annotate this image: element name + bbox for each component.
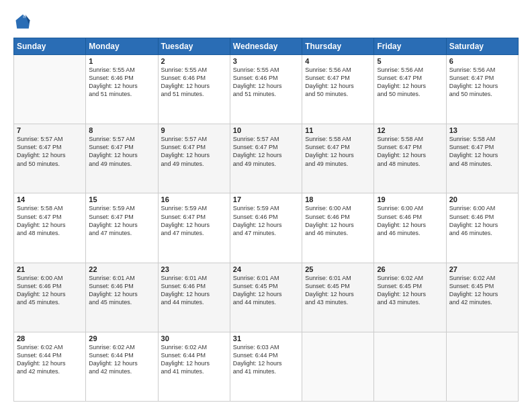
day-number: 25 [305,265,371,273]
calendar-week-row: 1Sunrise: 5:55 AM Sunset: 6:46 PM Daylig… [14,55,519,124]
day-info: Sunrise: 5:57 AM Sunset: 6:47 PM Dayligh… [89,135,154,168]
calendar-cell: 9Sunrise: 5:57 AM Sunset: 6:47 PM Daylig… [158,124,230,193]
day-number: 27 [449,265,515,273]
day-number: 31 [233,334,299,342]
calendar-cell: 26Sunrise: 6:02 AM Sunset: 6:45 PM Dayli… [374,263,446,332]
day-number: 26 [377,265,443,273]
calendar-cell: 25Sunrise: 6:01 AM Sunset: 6:45 PM Dayli… [302,263,374,332]
day-number: 21 [17,265,83,273]
calendar-cell: 6Sunrise: 5:56 AM Sunset: 6:47 PM Daylig… [446,55,518,124]
calendar-cell: 15Sunrise: 5:59 AM Sunset: 6:47 PM Dayli… [86,193,158,263]
calendar-cell: 13Sunrise: 5:58 AM Sunset: 6:47 PM Dayli… [446,124,518,193]
day-number: 8 [89,126,154,134]
weekday-header-saturday: Saturday [446,38,518,55]
calendar-cell: 28Sunrise: 6:02 AM Sunset: 6:44 PM Dayli… [14,332,86,401]
day-info: Sunrise: 5:57 AM Sunset: 6:47 PM Dayligh… [161,135,227,168]
day-number: 20 [449,195,515,203]
calendar-table: SundayMondayTuesdayWednesdayThursdayFrid… [13,38,519,402]
weekday-header-friday: Friday [374,38,446,55]
calendar-cell [374,332,446,401]
calendar-cell: 8Sunrise: 5:57 AM Sunset: 6:47 PM Daylig… [86,124,158,193]
day-info: Sunrise: 5:55 AM Sunset: 6:46 PM Dayligh… [161,66,227,99]
day-info: Sunrise: 5:56 AM Sunset: 6:47 PM Dayligh… [377,66,443,99]
calendar-cell: 12Sunrise: 5:58 AM Sunset: 6:47 PM Dayli… [374,124,446,193]
calendar-week-row: 7Sunrise: 5:57 AM Sunset: 6:47 PM Daylig… [14,124,519,193]
day-info: Sunrise: 5:55 AM Sunset: 6:46 PM Dayligh… [89,66,154,99]
day-number: 23 [161,265,227,273]
calendar-cell: 14Sunrise: 5:58 AM Sunset: 6:47 PM Dayli… [14,193,86,263]
calendar-week-row: 28Sunrise: 6:02 AM Sunset: 6:44 PM Dayli… [14,332,519,401]
day-info: Sunrise: 5:57 AM Sunset: 6:47 PM Dayligh… [17,135,83,168]
day-number: 28 [17,334,83,342]
day-info: Sunrise: 6:00 AM Sunset: 6:46 PM Dayligh… [305,204,371,237]
weekday-header-sunday: Sunday [14,38,86,55]
calendar-cell: 30Sunrise: 6:02 AM Sunset: 6:44 PM Dayli… [158,332,230,401]
calendar-cell: 24Sunrise: 6:01 AM Sunset: 6:45 PM Dayli… [230,263,302,332]
calendar-cell: 7Sunrise: 5:57 AM Sunset: 6:47 PM Daylig… [14,124,86,193]
calendar-cell: 31Sunrise: 6:03 AM Sunset: 6:44 PM Dayli… [230,332,302,401]
day-info: Sunrise: 6:01 AM Sunset: 6:46 PM Dayligh… [89,274,154,307]
calendar-cell: 21Sunrise: 6:00 AM Sunset: 6:46 PM Dayli… [14,263,86,332]
calendar-cell: 19Sunrise: 6:00 AM Sunset: 6:46 PM Dayli… [374,193,446,263]
calendar-cell: 17Sunrise: 5:59 AM Sunset: 6:46 PM Dayli… [230,193,302,263]
calendar-cell: 23Sunrise: 6:01 AM Sunset: 6:46 PM Dayli… [158,263,230,332]
day-number: 10 [233,126,299,134]
calendar-cell [446,332,518,401]
calendar-cell [302,332,374,401]
weekday-header-thursday: Thursday [302,38,374,55]
day-info: Sunrise: 6:00 AM Sunset: 6:46 PM Dayligh… [17,274,83,307]
weekday-header-wednesday: Wednesday [230,38,302,55]
calendar-cell: 27Sunrise: 6:02 AM Sunset: 6:45 PM Dayli… [446,263,518,332]
calendar-cell: 11Sunrise: 5:58 AM Sunset: 6:47 PM Dayli… [302,124,374,193]
weekday-header-monday: Monday [86,38,158,55]
day-number: 11 [305,126,371,134]
day-info: Sunrise: 6:02 AM Sunset: 6:44 PM Dayligh… [89,343,154,376]
day-info: Sunrise: 6:02 AM Sunset: 6:45 PM Dayligh… [449,274,515,307]
calendar-cell: 29Sunrise: 6:02 AM Sunset: 6:44 PM Dayli… [86,332,158,401]
day-number: 6 [449,57,515,65]
day-info: Sunrise: 5:57 AM Sunset: 6:47 PM Dayligh… [233,135,299,168]
day-info: Sunrise: 6:01 AM Sunset: 6:46 PM Dayligh… [161,274,227,307]
calendar-cell: 18Sunrise: 6:00 AM Sunset: 6:46 PM Dayli… [302,193,374,263]
day-info: Sunrise: 5:58 AM Sunset: 6:47 PM Dayligh… [449,135,515,168]
day-info: Sunrise: 6:00 AM Sunset: 6:46 PM Dayligh… [377,204,443,237]
calendar-cell: 1Sunrise: 5:55 AM Sunset: 6:46 PM Daylig… [86,55,158,124]
day-number: 29 [89,334,154,342]
weekday-header-row: SundayMondayTuesdayWednesdayThursdayFrid… [14,38,519,55]
day-number: 1 [89,57,154,65]
weekday-header-tuesday: Tuesday [158,38,230,55]
calendar-cell [14,55,86,124]
calendar-week-row: 14Sunrise: 5:58 AM Sunset: 6:47 PM Dayli… [14,193,519,263]
day-number: 13 [449,126,515,134]
page: SundayMondayTuesdayWednesdayThursdayFrid… [0,0,532,411]
day-number: 16 [161,195,227,203]
calendar-cell: 10Sunrise: 5:57 AM Sunset: 6:47 PM Dayli… [230,124,302,193]
logo-icon [13,12,32,31]
day-number: 12 [377,126,443,134]
calendar-cell: 20Sunrise: 6:00 AM Sunset: 6:46 PM Dayli… [446,193,518,263]
day-number: 30 [161,334,227,342]
day-info: Sunrise: 6:00 AM Sunset: 6:46 PM Dayligh… [449,204,515,237]
calendar-cell: 5Sunrise: 5:56 AM Sunset: 6:47 PM Daylig… [374,55,446,124]
day-info: Sunrise: 5:59 AM Sunset: 6:47 PM Dayligh… [89,204,154,237]
day-number: 15 [89,195,154,203]
calendar-cell: 16Sunrise: 5:59 AM Sunset: 6:47 PM Dayli… [158,193,230,263]
calendar-week-row: 21Sunrise: 6:00 AM Sunset: 6:46 PM Dayli… [14,263,519,332]
day-number: 24 [233,265,299,273]
day-info: Sunrise: 5:59 AM Sunset: 6:47 PM Dayligh… [161,204,227,237]
day-number: 7 [17,126,83,134]
day-number: 3 [233,57,299,65]
day-info: Sunrise: 6:02 AM Sunset: 6:44 PM Dayligh… [161,343,227,376]
day-info: Sunrise: 5:58 AM Sunset: 6:47 PM Dayligh… [377,135,443,168]
day-number: 19 [377,195,443,203]
day-number: 17 [233,195,299,203]
day-info: Sunrise: 5:58 AM Sunset: 6:47 PM Dayligh… [17,204,83,237]
day-number: 9 [161,126,227,134]
day-info: Sunrise: 6:03 AM Sunset: 6:44 PM Dayligh… [233,343,299,376]
calendar-cell: 4Sunrise: 5:56 AM Sunset: 6:47 PM Daylig… [302,55,374,124]
day-number: 22 [89,265,154,273]
day-info: Sunrise: 5:59 AM Sunset: 6:46 PM Dayligh… [233,204,299,237]
logo [13,12,35,31]
day-info: Sunrise: 5:56 AM Sunset: 6:47 PM Dayligh… [305,66,371,99]
calendar-cell: 22Sunrise: 6:01 AM Sunset: 6:46 PM Dayli… [86,263,158,332]
